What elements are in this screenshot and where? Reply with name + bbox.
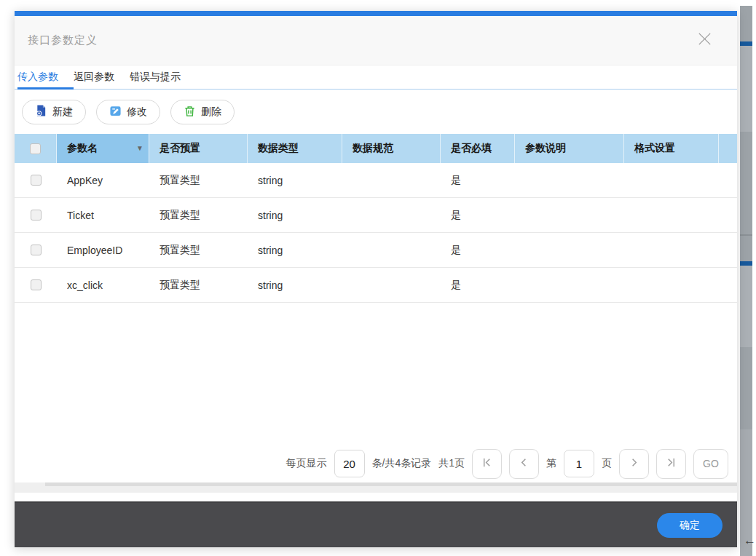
column-header-param-name[interactable]: 参数名 ▼ — [57, 134, 149, 163]
column-header-datatype[interactable]: 数据类型 — [248, 134, 342, 163]
new-button-label: 新建 — [52, 106, 73, 119]
header-checkbox-cell — [15, 134, 57, 163]
dialog-accent-bar — [15, 11, 737, 16]
first-page-icon — [481, 457, 492, 470]
horizontal-scrollbar[interactable] — [15, 482, 737, 493]
column-dropdown-icon[interactable]: ▼ — [136, 145, 143, 152]
cell-preset: 预置类型 — [149, 209, 248, 222]
table-header-row: 参数名 ▼ 是否预置 数据类型 数据规范 是否必填 参数说明 格式设置 — [15, 134, 737, 163]
cell-preset: 预置类型 — [149, 244, 248, 257]
cell-datatype: string — [248, 175, 342, 186]
new-button[interactable]: 新建 — [22, 100, 86, 124]
cell-param-name: Ticket — [57, 210, 149, 221]
back-arrow-icon: ← — [744, 533, 756, 548]
cell-datatype: string — [248, 279, 342, 291]
column-header-spacer — [719, 134, 737, 163]
tab-errors-prompts[interactable]: 错误与提示 — [130, 65, 196, 89]
tab-bar: 传入参数 返回参数 错误与提示 — [15, 65, 737, 90]
close-icon — [696, 31, 713, 50]
table-row[interactable]: Ticket 预置类型 string 是 — [15, 198, 737, 233]
close-button[interactable] — [695, 31, 714, 50]
page-number-input[interactable] — [564, 450, 594, 477]
chevron-right-icon — [629, 457, 639, 470]
footer-gap — [15, 493, 737, 501]
cell-param-name: xc_click — [57, 279, 149, 291]
total-pages-label: 共1页 — [438, 457, 465, 470]
table-empty-area — [15, 303, 737, 445]
cell-param-name: EmployeeID — [57, 245, 149, 256]
cell-required: 是 — [441, 209, 515, 222]
delete-button[interactable]: 删除 — [170, 100, 235, 124]
first-page-button[interactable] — [472, 449, 502, 479]
table-row[interactable]: xc_click 预置类型 string 是 — [15, 268, 737, 303]
column-header-dataspec[interactable]: 数据规范 — [342, 134, 441, 163]
horizontal-scrollbar-thumb[interactable] — [45, 482, 737, 486]
toolbar: 新建 修改 删除 — [15, 90, 737, 134]
records-count-label: 条/共4条记录 — [372, 457, 432, 470]
cell-preset: 预置类型 — [149, 174, 248, 187]
delete-button-label: 删除 — [201, 106, 221, 119]
edit-button-label: 修改 — [127, 106, 147, 119]
column-header-preset[interactable]: 是否预置 — [149, 134, 248, 163]
dialog-footer: 确定 — [15, 501, 737, 547]
row-checkbox[interactable] — [31, 245, 42, 255]
column-header-required[interactable]: 是否必填 — [441, 134, 515, 163]
confirm-button[interactable]: 确定 — [657, 513, 722, 538]
cell-required: 是 — [441, 174, 515, 187]
table-row[interactable]: AppKey 预置类型 string 是 — [15, 163, 737, 198]
next-page-button[interactable] — [619, 449, 649, 479]
pagination-bar: 每页显示 条/共4条记录 共1页 第 页 — [15, 445, 737, 482]
per-page-label: 每页显示 — [286, 457, 327, 470]
dialog-header: 接口参数定义 — [15, 16, 737, 65]
last-page-icon — [666, 457, 677, 470]
go-button[interactable]: GO — [693, 449, 728, 479]
prev-page-button[interactable] — [509, 449, 539, 479]
background-scrollbar[interactable] — [740, 6, 752, 556]
edit-button[interactable]: 修改 — [96, 100, 160, 124]
trash-icon — [184, 105, 196, 119]
cell-required: 是 — [441, 244, 515, 257]
row-checkbox[interactable] — [31, 175, 42, 186]
background-divider — [740, 234, 752, 236]
column-header-label: 参数名 — [67, 142, 98, 155]
tab-input-params[interactable]: 传入参数 — [17, 65, 74, 89]
cell-param-name: AppKey — [57, 175, 149, 186]
row-checkbox[interactable] — [31, 279, 42, 290]
last-page-button[interactable] — [656, 449, 686, 479]
page-size-input[interactable] — [334, 450, 365, 477]
interface-parameter-dialog: 接口参数定义 传入参数 返回参数 错误与提示 新建 — [15, 11, 737, 547]
edit-pencil-icon — [109, 105, 122, 119]
page-prefix-label: 第 — [546, 457, 556, 470]
new-file-icon — [35, 104, 47, 119]
background-pane — [740, 46, 752, 132]
tab-return-params[interactable]: 返回参数 — [74, 65, 130, 89]
column-header-description[interactable]: 参数说明 — [515, 134, 624, 163]
background-pane — [740, 266, 752, 347]
cell-preset: 预置类型 — [149, 279, 248, 292]
select-all-checkbox[interactable] — [30, 143, 41, 154]
row-checkbox[interactable] — [31, 210, 42, 221]
table-row[interactable]: EmployeeID 预置类型 string 是 — [15, 233, 737, 268]
page-suffix-label: 页 — [602, 457, 612, 470]
cell-required: 是 — [441, 279, 515, 292]
cell-datatype: string — [248, 245, 342, 256]
cell-datatype: string — [248, 210, 342, 221]
dialog-title: 接口参数定义 — [28, 33, 98, 47]
column-header-format[interactable]: 格式设置 — [624, 134, 719, 163]
chevron-left-icon — [519, 457, 529, 470]
